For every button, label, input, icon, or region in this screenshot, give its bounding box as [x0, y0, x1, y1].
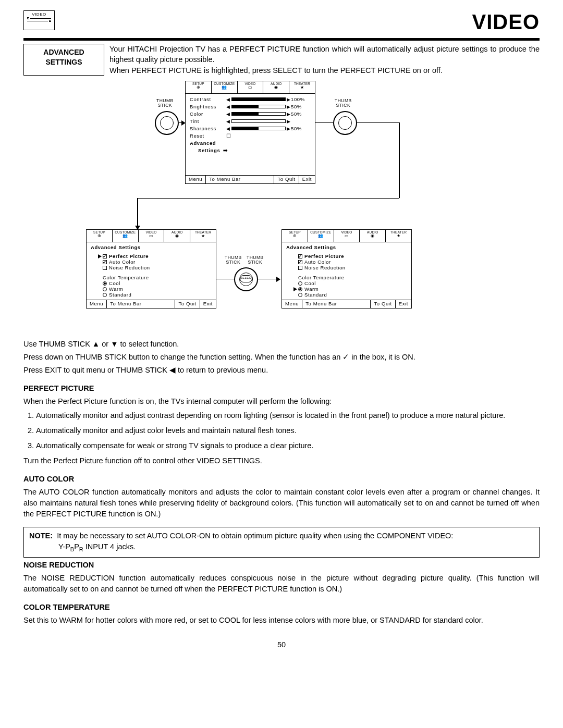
select-button-icon: SELECT — [240, 275, 252, 282]
noise-reduction-heading: NOISE REDUCTION — [23, 560, 540, 571]
advanced-settings-box: ADVANCED SETTINGS — [23, 44, 104, 76]
thumb-stick-icon — [155, 111, 179, 135]
video-menu-panel: SETUP⊕ CUSTOMIZE👥 VIDEO▭ AUDIO◉ THEATER★… — [185, 81, 315, 184]
thumb-stick-label: THUMB STICK — [225, 255, 242, 265]
advanced-settings-panel-2: SETUP⊕ CUSTOMIZE👥 VIDEO▭ AUDIO◉ THEATER★… — [282, 229, 412, 309]
divider — [23, 38, 540, 41]
advanced-settings-panel-1: SETUP⊕ CUSTOMIZE👥 VIDEO▭ AUDIO◉ THEATER★… — [86, 229, 216, 309]
perfect-picture-list: Automatically monitor and adjust contras… — [36, 410, 540, 451]
thumb-stick-label-left: THUMB STICK — [156, 98, 174, 108]
video-tab-icon: VIDEO — [23, 10, 55, 30]
note-box: NOTE: It may be necessary to set AUTO CO… — [23, 527, 540, 558]
menu-diagram: SETUP⊕ CUSTOMIZE👥 VIDEO▭ AUDIO◉ THEATER★… — [23, 81, 540, 334]
color-temperature-heading: COLOR TEMPERATURE — [23, 602, 540, 613]
thumb-stick-label-right: THUMB STICK — [335, 98, 352, 108]
instructions-block: Use THUMB STICK ▲ or ▼ to select functio… — [23, 339, 540, 626]
page-title: VIDEO — [472, 10, 540, 34]
auto-color-heading: AUTO COLOR — [23, 474, 540, 485]
perfect-picture-heading: PERFECT PICTURE — [23, 383, 540, 394]
intro-text: Your HITACHI Projection TV has a PERFECT… — [104, 44, 540, 76]
thumb-stick-icon — [333, 111, 357, 135]
thumb-stick-label: THUMB STICK — [247, 255, 264, 265]
video-icon-label: VIDEO — [24, 12, 54, 17]
page-number: 50 — [23, 640, 540, 649]
